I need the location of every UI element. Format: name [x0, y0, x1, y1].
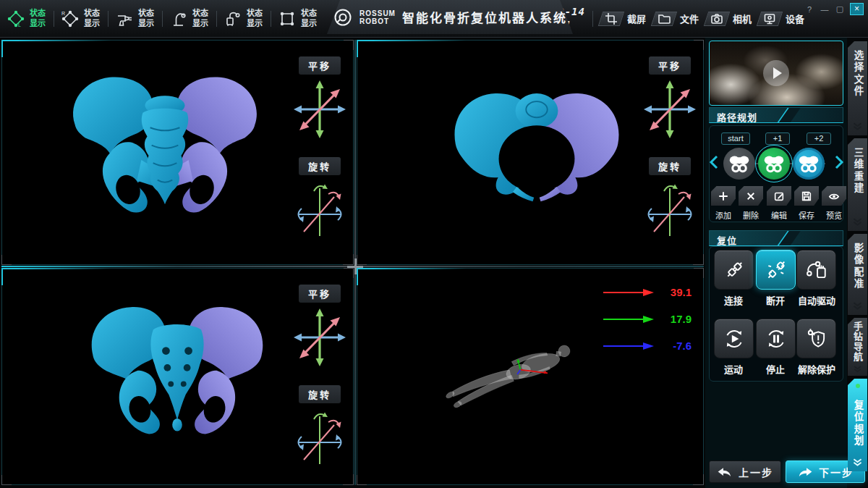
viewport-3d-anterior[interactable]: 平移 旋转 [1, 40, 354, 265]
pan-label[interactable]: 平移 [649, 56, 691, 75]
pelvis-node-icon [728, 154, 750, 174]
z-axis-arrow-icon [603, 342, 654, 350]
rotate-label[interactable]: 旋转 [299, 385, 341, 403]
screenshot-icon [605, 12, 618, 25]
active-tab-indicator [856, 384, 860, 388]
save-path-button[interactable] [794, 186, 819, 206]
viewport-3d-posterior[interactable]: 平移 旋转 [1, 268, 354, 485]
minimize-button[interactable]: — [820, 5, 830, 14]
shield-alert-icon [805, 327, 828, 350]
previous-step-button[interactable]: 上一步 [709, 460, 781, 483]
right-sidebar: 路径规划 start +1 +2 [705, 38, 847, 488]
pan-axes-icon[interactable] [642, 79, 697, 140]
plan-2-chip[interactable]: +2 [807, 132, 831, 145]
edit-icon [773, 190, 785, 202]
chevron-down-icon [851, 302, 864, 312]
auto-drive-button[interactable] [796, 250, 836, 290]
corner-accent [372, 40, 466, 41]
rotate-axes-icon[interactable] [292, 408, 347, 468]
pelvis-model-inlet [437, 70, 637, 203]
prev-node-chevron-icon[interactable] [709, 155, 718, 169]
next-node-chevron-icon[interactable] [835, 155, 844, 169]
status-label: 状态显示 [138, 9, 156, 28]
files-button[interactable]: 文件 [653, 12, 699, 26]
tab-select-file[interactable]: 选择文件 [848, 41, 867, 135]
path-planning-header: 路径规划 [709, 107, 843, 123]
status-label: 状态显示 [84, 9, 101, 28]
viewport-3d-inlet[interactable]: 平移 旋转 [357, 40, 704, 265]
folder-icon [658, 12, 671, 25]
auto-drive-label: 自动驱动 [796, 293, 838, 307]
plan-1-chip[interactable]: +1 [765, 132, 790, 145]
help-button[interactable]: ? [804, 5, 814, 14]
close-button[interactable]: × [850, 3, 864, 15]
path-node-plan1-selected[interactable] [758, 148, 790, 180]
pelvis-node-icon [798, 154, 820, 174]
status-item-robot-arm[interactable]: 状态显示 [163, 2, 216, 35]
play-icon [763, 60, 789, 86]
status-item-robot-cart[interactable]: 状态显示 [217, 2, 271, 35]
surgery-video-thumbnail[interactable] [709, 41, 843, 106]
corner-accent [372, 268, 466, 269]
preview-path-button[interactable] [822, 186, 846, 206]
delete-path-button[interactable] [739, 186, 763, 206]
auto-drive-icon [805, 258, 828, 282]
add-label: 添加 [711, 209, 736, 221]
window-controls: ? — ▢ × [804, 3, 864, 15]
pelvis-model-anterior [54, 51, 276, 228]
rotate-axes-icon[interactable] [292, 180, 347, 240]
rossum-logo-icon [333, 7, 353, 28]
plug-connect-icon [723, 258, 746, 282]
maximize-button[interactable]: ▢ [835, 4, 845, 14]
status-item-tracker-left[interactable]: L 状态显示 [0, 2, 54, 35]
release-protection-button[interactable] [796, 319, 836, 358]
view-manipulator: 平移 旋转 [292, 56, 347, 243]
release-protection-label: 解除保护 [793, 362, 840, 376]
corner-accent [694, 268, 704, 278]
add-path-button[interactable] [711, 186, 736, 206]
app-window: L 状态显示 R 状态显示 状态显示 状态显示 [0, 0, 868, 488]
status-item-frame[interactable]: 状态显示 [271, 2, 325, 35]
edit-path-button[interactable] [767, 186, 791, 206]
pan-label[interactable]: 平移 [299, 56, 341, 75]
device-button[interactable]: 设备 [759, 12, 804, 26]
tracker-right-icon: R [61, 9, 80, 28]
viewport-3d-body[interactable]: 39.1 17.9 -7.6 [357, 268, 704, 485]
motion-button[interactable] [714, 319, 754, 358]
pan-label[interactable]: 平移 [299, 285, 341, 303]
tab-drill-navigation[interactable]: 手钻导航 [848, 318, 867, 376]
camera-button[interactable]: 相机 [706, 12, 752, 26]
status-item-tracker-right[interactable]: R 状态显示 [54, 2, 108, 35]
disconnect-button[interactable] [756, 250, 796, 290]
pan-axes-icon[interactable] [292, 79, 347, 140]
rotate-label[interactable]: 旋转 [649, 157, 691, 175]
connect-button[interactable] [714, 250, 754, 290]
x-axis-arrow-icon [603, 288, 654, 297]
corner-accent [17, 268, 111, 269]
chevron-down-icon [851, 366, 864, 374]
corner-accent [344, 40, 354, 50]
status-label: 状态显示 [192, 9, 210, 28]
path-node-plan2[interactable] [793, 148, 825, 180]
save-label: 保存 [794, 209, 819, 221]
corner-accent [1, 255, 12, 265]
status-label: 状态显示 [30, 9, 47, 28]
start-chip[interactable]: start [721, 132, 750, 145]
previous-step-label: 上一步 [739, 465, 773, 479]
stop-label: 停止 [754, 362, 797, 376]
rotate-axes-icon[interactable] [642, 180, 697, 240]
status-item-drill[interactable]: 状态显示 [109, 2, 162, 35]
tab-reduction-planning-active[interactable]: 复位规划 [848, 379, 867, 471]
tab-3d-reconstruction[interactable]: 三维重建 [848, 138, 867, 231]
preview-label: 预览 [822, 209, 846, 221]
path-node-start[interactable] [723, 148, 755, 180]
back-arrow-icon [717, 466, 733, 478]
rotate-label[interactable]: 旋转 [299, 157, 341, 175]
y-displacement-value: 17.9 [660, 313, 692, 325]
pan-axes-icon[interactable] [292, 307, 347, 368]
corner-accent [694, 40, 704, 50]
screenshot-button[interactable]: 截屏 [600, 12, 646, 26]
tab-image-registration[interactable]: 影像配准 [848, 234, 867, 315]
stop-pause-icon [765, 327, 788, 350]
stop-button[interactable] [756, 319, 796, 358]
